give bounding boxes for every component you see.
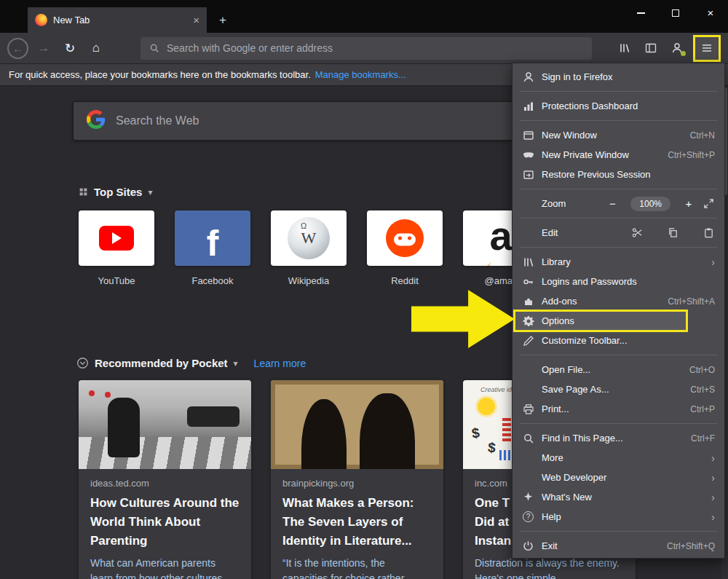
top-sites-row: YouTube f Facebook ΩW Wikipedia Reddit a… bbox=[79, 210, 559, 286]
menu-item-restore-session[interactable]: Restore Previous Session bbox=[513, 165, 724, 184]
reddit-logo-icon bbox=[386, 219, 424, 257]
icon-spacer bbox=[522, 364, 534, 376]
card-image bbox=[79, 380, 251, 469]
menu-item-help[interactable]: ? Help › bbox=[513, 507, 724, 527]
card-excerpt: What can American parents learn from how… bbox=[90, 556, 240, 579]
app-menu-panel: Sign in to Firefox Protections Dashboard… bbox=[512, 63, 725, 559]
sparkle-icon bbox=[522, 492, 534, 503]
icon-spacer bbox=[522, 198, 534, 210]
card-image bbox=[271, 380, 443, 469]
amazon-logo-icon: a bbox=[489, 216, 512, 256]
zoom-level-button[interactable]: 100% bbox=[630, 197, 670, 211]
pocket-label: Recommended by Pocket bbox=[95, 357, 228, 369]
menu-shortcut: Ctrl+Shift+P bbox=[668, 150, 715, 160]
account-button[interactable] bbox=[667, 38, 687, 58]
chevron-down-icon[interactable]: ▾ bbox=[148, 187, 152, 197]
zoom-in-button[interactable]: + bbox=[682, 197, 695, 210]
menu-item-print[interactable]: Print... Ctrl+P bbox=[513, 399, 724, 419]
menu-item-new-window[interactable]: New Window Ctrl+N bbox=[513, 125, 724, 145]
top-site-reddit[interactable]: Reddit bbox=[367, 210, 443, 286]
menu-item-edit: Edit bbox=[513, 223, 724, 243]
close-window-button[interactable]: × bbox=[693, 0, 728, 25]
card-title: What Makes a Person: The Seven Layers of… bbox=[282, 494, 432, 551]
manage-bookmarks-link[interactable]: Manage bookmarks... bbox=[315, 69, 406, 80]
forward-button[interactable]: → bbox=[33, 37, 55, 59]
menu-shortcut: Ctrl+O bbox=[689, 365, 715, 375]
top-site-wikipedia[interactable]: ΩW Wikipedia bbox=[271, 210, 347, 286]
menu-item-library[interactable]: Library › bbox=[513, 252, 724, 272]
sidebar-button[interactable] bbox=[641, 38, 661, 58]
pencil-icon bbox=[522, 335, 534, 347]
menu-separator bbox=[520, 247, 717, 248]
top-site-facebook[interactable]: f Facebook bbox=[175, 210, 250, 286]
menu-item-open-file[interactable]: Open File... Ctrl+O bbox=[513, 360, 724, 379]
pocket-icon bbox=[76, 357, 89, 369]
library-icon bbox=[522, 256, 534, 268]
user-icon bbox=[522, 71, 534, 83]
menu-item-exit[interactable]: Exit Ctrl+Shift+Q bbox=[513, 536, 724, 556]
menu-item-whats-new[interactable]: What's New › bbox=[513, 487, 724, 507]
tab-close-icon[interactable]: × bbox=[193, 15, 199, 25]
gear-icon bbox=[522, 315, 534, 327]
menu-item-label: Find in This Page... bbox=[542, 433, 623, 444]
menu-item-more[interactable]: More › bbox=[513, 448, 724, 468]
menu-item-add-ons[interactable]: Add-ons Ctrl+Shift+A bbox=[513, 291, 724, 311]
menu-item-find-in-page[interactable]: Find in This Page... Ctrl+F bbox=[513, 428, 724, 448]
reload-button[interactable]: ↻ bbox=[59, 37, 81, 59]
menu-item-label: New Private Window bbox=[542, 149, 629, 160]
menu-button[interactable] bbox=[693, 35, 721, 62]
copy-icon[interactable] bbox=[667, 227, 679, 239]
menu-item-save-page-as[interactable]: Save Page As... Ctrl+S bbox=[513, 379, 724, 399]
tile-label: Facebook bbox=[175, 275, 250, 286]
submenu-chevron-icon: › bbox=[711, 256, 715, 267]
youtube-logo-icon bbox=[99, 226, 134, 251]
cut-icon[interactable] bbox=[631, 227, 644, 239]
menu-shortcut: Ctrl+S bbox=[690, 385, 715, 395]
amazon-swoosh bbox=[463, 261, 491, 266]
tab-new-tab[interactable]: New Tab × bbox=[28, 7, 207, 33]
menu-item-protections-dashboard[interactable]: Protections Dashboard bbox=[513, 96, 724, 116]
card-domain: brainpickings.org bbox=[282, 478, 432, 489]
menu-item-options[interactable]: Options bbox=[513, 311, 724, 331]
url-bar[interactable]: Search with Google or enter address bbox=[141, 37, 592, 60]
tab-title: New Tab bbox=[53, 15, 187, 25]
learn-more-link[interactable]: Learn more bbox=[254, 358, 306, 369]
minimize-button[interactable] bbox=[623, 0, 658, 25]
zoom-out-button[interactable]: − bbox=[606, 197, 619, 210]
menu-item-label: Open File... bbox=[542, 364, 590, 375]
menu-item-logins-passwords[interactable]: Logins and Passwords bbox=[513, 272, 724, 291]
card-title: How Cultures Around the World Think Abou… bbox=[90, 494, 240, 551]
home-button[interactable]: ⌂ bbox=[85, 37, 107, 59]
menu-item-label: What's New bbox=[542, 492, 592, 503]
chevron-down-icon[interactable]: ▾ bbox=[234, 358, 238, 369]
menu-item-zoom: Zoom − 100% + bbox=[513, 194, 724, 213]
minimize-icon bbox=[637, 12, 645, 14]
title-bar: New Tab × + × bbox=[0, 0, 728, 33]
maximize-icon bbox=[672, 9, 679, 17]
menu-item-customize-toolbar[interactable]: Customize Toolbar... bbox=[513, 331, 724, 350]
icon-spacer bbox=[522, 384, 534, 395]
maximize-button[interactable] bbox=[658, 0, 693, 25]
tile-label: Wikipedia bbox=[271, 275, 347, 286]
fullscreen-icon[interactable] bbox=[703, 198, 715, 210]
menu-item-new-private-window[interactable]: New Private Window Ctrl+Shift+P bbox=[513, 145, 724, 165]
menu-item-web-developer[interactable]: Web Developer › bbox=[513, 468, 724, 487]
menu-item-label: More bbox=[542, 452, 563, 463]
menu-shortcut: Ctrl+F bbox=[691, 433, 715, 444]
google-logo-icon bbox=[87, 110, 106, 132]
web-search-placeholder: Search the Web bbox=[116, 114, 199, 127]
card-domain: ideas.ted.com bbox=[90, 478, 240, 489]
new-tab-button[interactable]: + bbox=[215, 13, 231, 28]
notification-text: For quick access, place your bookmarks h… bbox=[9, 69, 311, 80]
pocket-card-1[interactable]: ideas.ted.com How Cultures Around the Wo… bbox=[79, 380, 251, 579]
magnifier-icon bbox=[522, 433, 534, 444]
menu-shortcut: Ctrl+P bbox=[690, 404, 715, 414]
library-button[interactable] bbox=[614, 38, 635, 58]
dashboard-icon bbox=[522, 101, 534, 112]
menu-item-label: Options bbox=[542, 315, 574, 326]
paste-icon[interactable] bbox=[703, 227, 715, 239]
top-site-youtube[interactable]: YouTube bbox=[79, 210, 154, 286]
menu-item-sign-in[interactable]: Sign in to Firefox bbox=[513, 67, 724, 87]
pocket-card-2[interactable]: brainpickings.org What Makes a Person: T… bbox=[271, 380, 443, 579]
back-button[interactable]: ← bbox=[7, 38, 28, 59]
